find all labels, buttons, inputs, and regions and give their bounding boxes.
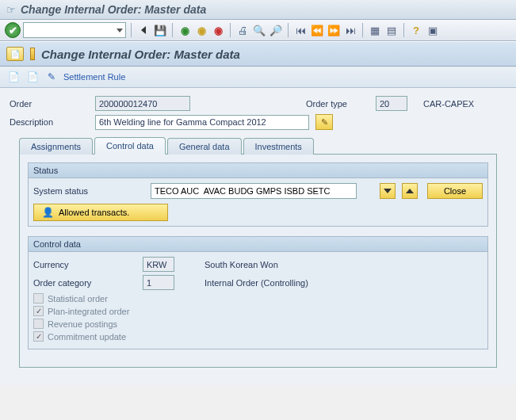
close-button-label: Close [444,186,466,196]
print-icon[interactable]: 🖨 [235,23,250,37]
currency-label: Currency [33,260,136,269]
dropdown-icon [117,29,123,32]
divider-icon [30,48,35,60]
statistical-order-label: Statistical order [48,294,108,304]
main-toolbar: ✔ 💾 ◉ ◉ ◉ 🖨 🔍 🔎 ⏮ ⏪ ⏩ ⏭ ▦ ▤ ? ▣ [0,20,516,41]
last-page-icon[interactable]: ⏭ [343,23,357,37]
plan-integrated-label: Plan-integrated order [48,307,129,316]
allowed-transactions-label: Allowed transacts. [59,208,129,217]
order-category-label: Order category [33,278,136,288]
separator [288,23,289,37]
separator [362,23,363,37]
exit-icon[interactable]: ◉ [194,23,208,37]
first-page-icon[interactable]: ⏮ [293,23,308,37]
control-data-group: Control data Currency South Korean Won O… [28,236,488,349]
order-object-icon[interactable]: 📄 [6,47,24,61]
help-icon[interactable]: ? [409,23,423,37]
tab-general-data[interactable]: General data [167,138,242,155]
person-icon: 👤 [42,207,54,218]
currency-field[interactable] [143,257,174,272]
close-button[interactable]: Close [427,183,483,199]
edit-icon[interactable]: ✎ [44,70,59,84]
doc2-icon[interactable]: 📄 [25,70,40,84]
next-page-icon[interactable]: ⏩ [327,23,341,37]
find-next-icon[interactable]: 🔎 [269,23,283,37]
separator [131,23,132,37]
window-menu-icon[interactable]: ☞ [6,4,16,16]
order-type-label: Order type [306,99,369,109]
revenue-postings-label: Revenue postings [48,319,117,329]
commitment-update-checkbox [33,331,44,342]
new-session-icon[interactable]: ▦ [368,23,382,37]
tab-strip: Assignments Control data General data In… [10,136,506,154]
window-title-bar: ☞ Change Internal Order: Master data [0,0,516,20]
layout-icon[interactable]: ▣ [426,23,440,37]
command-field[interactable] [23,22,126,38]
statistical-order-checkbox [33,293,44,304]
form-area: Order Order type CAR-CAPEX Description ✎… [0,88,516,385]
system-status-field[interactable] [151,183,357,199]
enter-button[interactable]: ✔ [5,22,21,38]
currency-text: South Korean Won [204,260,278,269]
order-type-field[interactable] [376,96,407,111]
shortcut-icon[interactable]: ▤ [384,23,399,37]
cancel-icon[interactable]: ◉ [211,23,225,37]
separator [403,23,404,37]
revenue-postings-checkbox [33,319,44,329]
settlement-rule-link[interactable]: Settlement Rule [63,72,125,82]
system-status-label: System status [33,186,144,196]
doc1-icon[interactable]: 📄 [6,70,21,84]
order-type-text: CAR-CAPEX [423,99,474,109]
save-icon[interactable]: 💾 [153,23,167,37]
status-down-button[interactable] [380,183,396,199]
plan-integrated-checkbox [33,306,44,316]
control-data-group-title: Control data [29,237,487,252]
status-group: Status System status Close 👤 Allowed tra… [28,162,488,227]
order-category-text: Internal Order (Controlling) [204,278,308,288]
tab-body: Status System status Close 👤 Allowed tra… [19,154,497,368]
prev-page-icon[interactable]: ⏪ [310,23,324,37]
commitment-update-label: Commitment update [48,332,126,342]
page-header: 📄 Change Internal Order: Master data [0,41,516,67]
order-label: Order [10,99,89,109]
description-label: Description [10,117,89,127]
order-category-field[interactable] [143,275,174,290]
separator [172,23,173,37]
status-up-button[interactable] [402,183,418,199]
tab-control-data[interactable]: Control data [94,137,166,155]
window-title: Change Internal Order: Master data [21,3,206,16]
status-group-title: Status [29,163,487,178]
order-field[interactable] [95,96,190,111]
tab-assignments[interactable]: Assignments [19,138,93,155]
long-text-button[interactable]: ✎ [315,114,333,130]
separator [230,23,231,37]
allowed-transactions-button[interactable]: 👤 Allowed transacts. [33,204,168,221]
description-field[interactable] [95,115,309,130]
sub-toolbar: 📄 📄 ✎ Settlement Rule [0,67,516,88]
find-icon[interactable]: 🔍 [252,23,266,37]
page-title: Change Internal Order: Master data [41,48,240,61]
back-icon[interactable] [136,23,151,37]
tab-investments[interactable]: Investments [243,138,314,155]
nav-back-icon[interactable]: ◉ [178,23,192,37]
